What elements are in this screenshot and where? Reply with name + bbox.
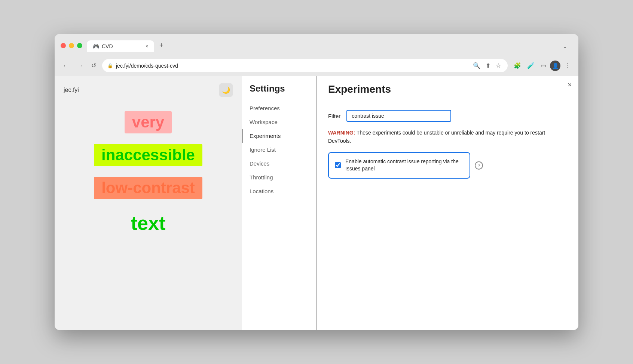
- experiment-label: Enable automatic contrast issue reportin…: [345, 158, 464, 173]
- url-text: jec.fyi/demo/cds-quest-cvd: [116, 63, 468, 69]
- lock-icon: 🔒: [107, 63, 113, 68]
- settings-title: Settings: [242, 83, 316, 101]
- filter-row: Filter: [328, 110, 567, 122]
- word-very: very: [125, 111, 172, 133]
- forward-button[interactable]: →: [75, 61, 85, 71]
- devtools-inner: Settings Preferences Workspace Experimen…: [242, 76, 578, 330]
- tabs-row: 🎮 CVD × + ⌄: [87, 38, 572, 52]
- refresh-button[interactable]: ↺: [89, 61, 98, 71]
- close-traffic-light[interactable]: [61, 43, 66, 48]
- page-content: jec.fyi 🌙 very inaccessible low-contrast…: [55, 76, 578, 330]
- experiment-checkbox[interactable]: [335, 162, 341, 168]
- profile-button[interactable]: 👤: [550, 61, 560, 71]
- experiments-title: Experiments: [328, 83, 567, 95]
- help-button[interactable]: ?: [475, 161, 483, 170]
- demo-word-very: very: [64, 107, 233, 137]
- new-tab-button[interactable]: +: [154, 38, 169, 52]
- browser-toolbar: 🧩 🧪 ▭ 👤 ⋮: [511, 61, 572, 71]
- tab-close-button[interactable]: ×: [146, 44, 148, 49]
- labs-button[interactable]: 🧪: [525, 61, 537, 71]
- warning-body: These experiments could be unstable or u…: [328, 130, 545, 144]
- url-bar[interactable]: 🔒 jec.fyi/demo/cds-quest-cvd 🔍 ⬆ ☆: [102, 59, 508, 72]
- settings-nav-item-workspace[interactable]: Workspace: [242, 115, 316, 129]
- filter-input[interactable]: [346, 110, 451, 122]
- settings-nav-item-ignore-list[interactable]: Ignore List: [242, 143, 316, 157]
- help-icon: ?: [475, 161, 483, 170]
- search-url-button[interactable]: 🔍: [471, 61, 482, 70]
- traffic-lights: [61, 43, 82, 48]
- demo-word-inaccessible: inaccessible: [64, 140, 233, 170]
- demo-word-text: text: [64, 206, 233, 240]
- dark-mode-button[interactable]: 🌙: [219, 83, 233, 97]
- site-header: jec.fyi 🌙: [64, 83, 233, 97]
- back-button[interactable]: ←: [61, 61, 71, 71]
- menu-button[interactable]: ⋮: [562, 61, 572, 71]
- settings-nav-item-devices[interactable]: Devices: [242, 157, 316, 170]
- experiment-item: Enable automatic contrast issue reportin…: [328, 152, 470, 179]
- close-settings-button[interactable]: ×: [565, 80, 575, 90]
- settings-nav-item-experiments[interactable]: Experiments: [242, 129, 316, 143]
- extensions-button[interactable]: 🧩: [511, 61, 523, 71]
- settings-nav-item-locations[interactable]: Locations: [242, 184, 316, 198]
- url-actions: 🔍 ⬆ ☆: [471, 61, 502, 70]
- tab-favicon: 🎮: [93, 43, 99, 49]
- word-text: text: [123, 210, 173, 237]
- site-title: jec.fyi: [64, 87, 79, 93]
- filter-divider: [328, 103, 567, 103]
- browser-window: 🎮 CVD × + ⌄ ← → ↺ 🔒 jec.fyi/demo/cds-que…: [55, 34, 578, 330]
- address-bar: ← → ↺ 🔒 jec.fyi/demo/cds-quest-cvd 🔍 ⬆ ☆…: [55, 56, 578, 76]
- warning-text: WARNING: These experiments could be unst…: [328, 129, 567, 145]
- sidebar-toggle-button[interactable]: ▭: [538, 61, 548, 71]
- website-area: jec.fyi 🌙 very inaccessible low-contrast…: [55, 76, 242, 330]
- settings-nav-item-throttling[interactable]: Throttling: [242, 170, 316, 184]
- share-button[interactable]: ⬆: [484, 61, 492, 70]
- demo-word-low-contrast: low-contrast: [64, 173, 233, 203]
- settings-nav-item-preferences[interactable]: Preferences: [242, 101, 316, 115]
- word-low-contrast: low-contrast: [94, 177, 202, 199]
- active-tab[interactable]: 🎮 CVD ×: [87, 40, 154, 52]
- warning-label: WARNING:: [328, 130, 355, 136]
- maximize-traffic-light[interactable]: [77, 43, 82, 48]
- bookmark-button[interactable]: ☆: [494, 61, 502, 70]
- filter-label: Filter: [328, 113, 340, 119]
- experiments-content: × Experiments Filter WARNING: These expe…: [317, 76, 578, 330]
- moon-icon: 🌙: [222, 86, 230, 94]
- settings-sidebar: Settings Preferences Workspace Experimen…: [242, 76, 317, 330]
- title-bar: 🎮 CVD × + ⌄: [55, 34, 578, 56]
- devtools-panel: Settings Preferences Workspace Experimen…: [242, 76, 578, 330]
- word-inaccessible: inaccessible: [94, 144, 202, 166]
- minimize-traffic-light[interactable]: [69, 43, 74, 48]
- tab-title: CVD: [102, 43, 113, 49]
- tab-chevron-icon[interactable]: ⌄: [557, 40, 572, 52]
